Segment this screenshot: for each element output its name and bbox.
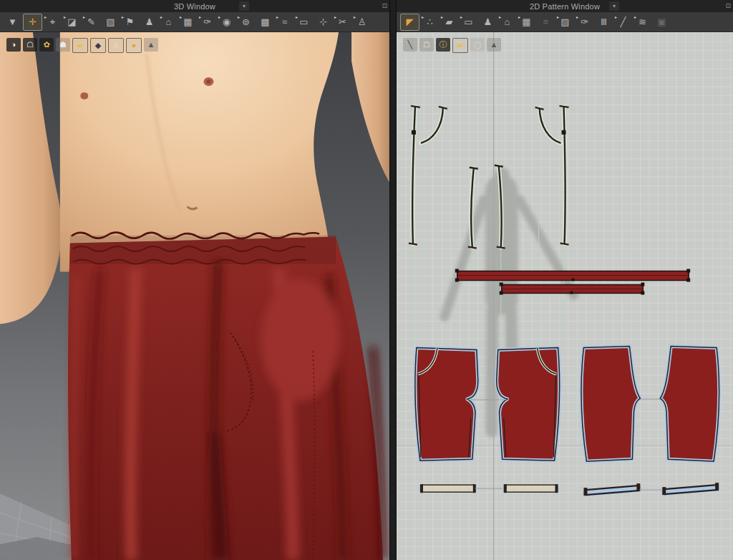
pose-icon[interactable]: ♙ — [353, 14, 371, 30]
select-mesh-icon[interactable]: ◪ — [63, 14, 81, 30]
show-avatar-icon[interactable]: ☗ — [56, 38, 70, 52]
show-garment-icon[interactable]: ☖ — [23, 38, 37, 52]
show-avatar-outline-icon[interactable]: ♙ — [108, 38, 124, 53]
arrangement-icon[interactable]: ▧ — [102, 14, 120, 30]
internal-grid-icon[interactable]: ▦ — [179, 14, 197, 30]
hem-strip-2 — [504, 484, 558, 493]
import-stand-2d-icon[interactable]: ▲ — [487, 38, 501, 52]
pane-2d: 2D Pattern Window ▾ ⊡ ◤∴▰▭♟⌂▦≡▨✑Ⅲ╱≋▣ — [397, 0, 733, 560]
fold-arrangement-icon[interactable]: ◉ — [218, 14, 236, 30]
sewing-2d-icon[interactable]: ⌂ — [498, 14, 516, 30]
pane-3d-dropdown[interactable]: ▾ — [239, 1, 249, 11]
rectangle-icon[interactable]: ▭ — [460, 14, 477, 30]
pleats-icon[interactable]: Ⅲ — [595, 14, 613, 30]
hem-strip-4 — [662, 483, 719, 495]
toolbar-3d: ▼✛⌖◪✎▧⚑♟⌂▦✑◉⊚▩≈▭⊹✂♙ — [0, 12, 389, 32]
avatar-tape-icon[interactable]: ♟ — [140, 14, 158, 30]
hem-strip-1 — [420, 484, 476, 493]
pane-2d-title: 2D Pattern Window — [530, 2, 600, 11]
select-move-icon[interactable]: ✛ — [23, 14, 42, 31]
toolbar-2d: ◤∴▰▭♟⌂▦≡▨✑Ⅲ╱≋▣ — [397, 12, 733, 32]
show-shoes-icon[interactable]: ◆ — [90, 38, 106, 53]
pane-2d-maximize-icon[interactable]: ⊡ — [725, 1, 731, 11]
overlay-toolbar-3d: ◑☖✿☗▰◆♙●▲ — [6, 38, 158, 53]
pin-icon[interactable]: ✑ — [198, 14, 216, 30]
edit-style-icon[interactable]: ╲ — [403, 38, 417, 52]
render-style-icon[interactable]: ◑ — [6, 38, 21, 52]
fold-icon: ≡ — [537, 14, 555, 30]
back-panel-left — [581, 346, 640, 461]
simulate-icon[interactable]: ▼ — [4, 14, 21, 30]
sewing-machine-icon[interactable]: ⌂ — [160, 14, 178, 30]
show-info-icon[interactable]: ⓘ — [436, 38, 450, 52]
hem-strips[interactable] — [420, 483, 719, 496]
garment-check-icon: ▣ — [653, 14, 671, 30]
titlebar-3d: 3D Window ▾ ⊡ — [0, 0, 389, 12]
seam-measure-icon[interactable]: ≋ — [634, 14, 651, 30]
import-stand-icon[interactable]: ▲ — [144, 38, 158, 52]
pane-3d-title: 3D Window — [174, 2, 215, 11]
pane-3d-maximize-icon[interactable]: ⊡ — [382, 1, 387, 11]
binding-icon[interactable]: ✑ — [576, 14, 593, 30]
internal-grid-2d-icon[interactable]: ▦ — [518, 14, 535, 30]
polygon-icon[interactable]: ▰ — [440, 14, 458, 30]
scissors-icon[interactable]: ✂ — [334, 14, 351, 30]
pattern-panels[interactable] — [415, 346, 719, 461]
texture-edit-icon[interactable]: ▨ — [556, 14, 574, 30]
overlay-toolbar-2d: ╲☖ⓘ▰▢▲ — [403, 38, 501, 53]
waistband-strip-short — [500, 283, 645, 295]
pattern-scene — [397, 32, 733, 560]
dart-icon[interactable]: ♟ — [479, 14, 497, 30]
nipple-left — [80, 92, 88, 100]
pocket-curve-left — [421, 108, 443, 143]
show-garment-2d-icon[interactable]: ☖ — [419, 38, 434, 52]
edit-pattern-icon[interactable]: ∴ — [421, 14, 439, 30]
waistband-strip-long — [455, 269, 690, 282]
scene-3d — [0, 32, 389, 560]
show-pattern-icon[interactable]: ▰ — [72, 38, 88, 53]
pane-2d-dropdown[interactable]: ▾ — [609, 1, 619, 11]
button-icon[interactable]: ⊚ — [237, 14, 255, 30]
measure-icon[interactable]: ⊹ — [314, 14, 332, 30]
viewport-2d-canvas[interactable]: ╲☖ⓘ▰▢▲ — [397, 32, 733, 560]
steam-iron-icon[interactable]: ≈ — [276, 14, 293, 30]
show-texture-icon[interactable]: ✿ — [39, 38, 54, 52]
titlebar-2d: 2D Pattern Window ▾ ⊡ — [397, 0, 733, 12]
show-base-icon: ▢ — [470, 38, 485, 52]
back-panel-right — [660, 346, 719, 461]
transform-pattern-icon[interactable]: ◤ — [400, 14, 419, 31]
fitting-suit-icon[interactable]: ▭ — [295, 14, 313, 30]
seam-line-icon[interactable]: ╱ — [614, 14, 632, 30]
pocket-curve-right — [540, 108, 561, 143]
viewport-3d-canvas[interactable]: ◑☖✿☗▰◆♙●▲ — [0, 32, 389, 560]
hem-strip-3 — [583, 483, 640, 496]
front-panel-right — [497, 347, 560, 460]
pants-3d[interactable] — [68, 233, 383, 560]
pen-3d-icon[interactable]: ✎ — [82, 14, 100, 30]
fabric-texture-icon[interactable]: ▩ — [256, 14, 274, 30]
pane-divider[interactable] — [389, 0, 397, 560]
app-window: 3D Window ▾ ⊡ ▼✛⌖◪✎▧⚑♟⌂▦✑◉⊚▩≈▭⊹✂♙ — [0, 0, 733, 560]
elastic-waistband — [70, 233, 336, 264]
select-box-icon[interactable]: ⌖ — [44, 14, 62, 30]
show-overlay-icon[interactable]: ● — [126, 38, 142, 53]
pane-3d: 3D Window ▾ ⊡ ▼✛⌖◪✎▧⚑♟⌂▦✑◉⊚▩≈▭⊹✂♙ — [0, 0, 389, 560]
gizmo-icon[interactable]: ⚑ — [121, 14, 139, 30]
show-pattern-2d-icon[interactable]: ▰ — [452, 38, 468, 53]
front-panel-left — [415, 347, 478, 460]
